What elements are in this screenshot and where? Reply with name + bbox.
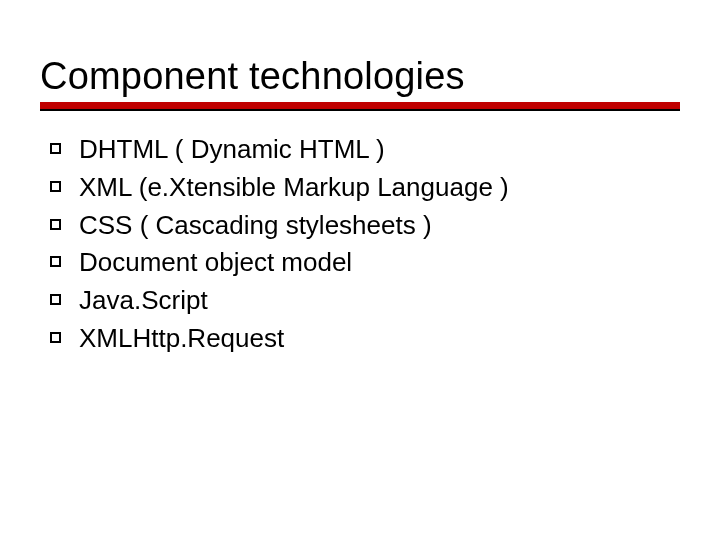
- bullet-text: XMLHttp.Request: [79, 322, 284, 356]
- bullet-text: DHTML ( Dynamic HTML ): [79, 133, 385, 167]
- list-item: Document object model: [50, 246, 680, 280]
- slide: Component technologies DHTML ( Dynamic H…: [0, 0, 720, 540]
- bullet-text: XML (e.Xtensible Markup Language ): [79, 171, 509, 205]
- list-item: Java.Script: [50, 284, 680, 318]
- slide-title: Component technologies: [40, 55, 680, 98]
- bullet-text: Document object model: [79, 246, 352, 280]
- list-item: XMLHttp.Request: [50, 322, 680, 356]
- title-underline: [40, 102, 680, 111]
- bullet-text: CSS ( Cascading stylesheets ): [79, 209, 432, 243]
- bullet-text: Java.Script: [79, 284, 208, 318]
- square-bullet-icon: [50, 256, 61, 267]
- square-bullet-icon: [50, 143, 61, 154]
- square-bullet-icon: [50, 294, 61, 305]
- square-bullet-icon: [50, 219, 61, 230]
- square-bullet-icon: [50, 332, 61, 343]
- list-item: XML (e.Xtensible Markup Language ): [50, 171, 680, 205]
- bullet-list: DHTML ( Dynamic HTML ) XML (e.Xtensible …: [40, 133, 680, 356]
- list-item: CSS ( Cascading stylesheets ): [50, 209, 680, 243]
- square-bullet-icon: [50, 181, 61, 192]
- list-item: DHTML ( Dynamic HTML ): [50, 133, 680, 167]
